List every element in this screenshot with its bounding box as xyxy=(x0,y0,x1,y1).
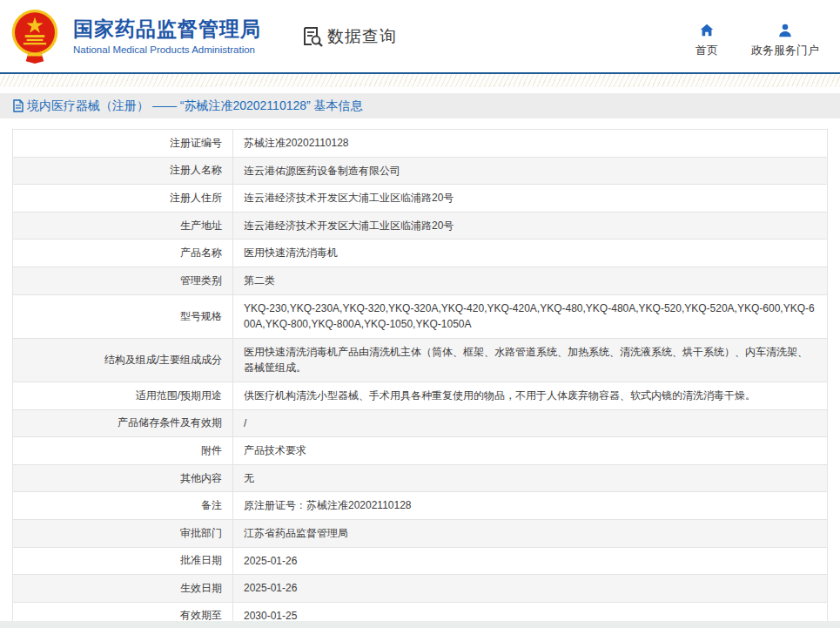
table-row: 适用范围/预期用途供医疗机构清洗小型器械、手术用具各种重复使用的物品，不用于人体… xyxy=(13,382,828,409)
data-query-label: 数据查询 xyxy=(327,25,397,48)
row-value: 无 xyxy=(233,464,828,492)
row-label-text: 附件 xyxy=(201,444,222,456)
row-value: 2025-01-26 xyxy=(233,575,828,603)
row-value: YKQ-230,YKQ-230A,YKQ-320,YKQ-320A,YKQ-42… xyxy=(233,294,828,338)
footer-strip xyxy=(0,621,840,628)
row-label-text: 审批部门 xyxy=(180,527,222,539)
row-label-text: 产品名称 xyxy=(180,246,222,259)
row-value-text: 江苏省药品监督管理局 xyxy=(244,527,348,539)
row-value: / xyxy=(233,409,828,437)
logo-text: 国家药品监督管理局 National Medical Products Admi… xyxy=(73,17,261,55)
row-label: 批准日期 xyxy=(13,547,233,575)
row-value: 产品技术要求 xyxy=(233,437,828,465)
row-value-text: 连云港经济技术开发区大浦工业区临浦路20号 xyxy=(244,192,454,204)
nav-item-gov-portal[interactable]: 政务服务门户 xyxy=(751,23,819,58)
page-title-band: 境内医疗器械（注册） —— “苏械注准20202110128” 基本信息 xyxy=(0,93,840,118)
table-row: 注册人名称连云港佑源医药设备制造有限公司 xyxy=(13,157,828,185)
nav-item-home[interactable]: 首页 xyxy=(696,23,718,58)
gap xyxy=(0,87,840,93)
row-label: 生产地址 xyxy=(13,212,233,240)
table-row: 备注原注册证号：苏械注准20202110128 xyxy=(13,492,828,520)
row-label-text: 管理类别 xyxy=(180,274,222,287)
row-label: 注册人名称 xyxy=(13,157,233,185)
registration-info-table: 注册证编号苏械注准20202110128注册人名称连云港佑源医药设备制造有限公司… xyxy=(12,129,828,628)
page-title: 境内医疗器械（注册） —— “苏械注准20202110128” 基本信息 xyxy=(27,98,363,114)
nav-item-label: 首页 xyxy=(696,43,718,58)
row-value-text: 医用快速清洗消毒机产品由清洗机主体（筒体、框架、水路管道系统、加热系统、清洗液系… xyxy=(244,346,808,375)
table-row: 附件产品技术要求 xyxy=(13,437,828,465)
table-row: 注册人住所连云港经济技术开发区大浦工业区临浦路20号 xyxy=(13,185,828,213)
row-label-text: 注册证编号 xyxy=(170,137,222,149)
row-value-text: 产品技术要求 xyxy=(244,444,306,456)
table-row: 产品名称医用快速清洗消毒机 xyxy=(13,240,828,267)
table-row: 其他内容无 xyxy=(13,464,828,492)
row-label-text: 生产地址 xyxy=(180,219,222,232)
row-label: 生效日期 xyxy=(13,575,233,603)
row-label-text: 型号规格 xyxy=(180,310,222,322)
row-label: 备注 xyxy=(13,492,233,520)
site-header: 国家药品监督管理局 National Medical Products Admi… xyxy=(0,0,840,72)
row-label: 注册人住所 xyxy=(13,185,233,213)
table-row: 审批部门江苏省药品监督管理局 xyxy=(13,519,828,547)
stripe-band xyxy=(0,74,840,87)
row-label-text: 批准日期 xyxy=(180,554,222,566)
row-label-text: 产品储存条件及有效期 xyxy=(118,416,222,429)
row-label-text: 注册人住所 xyxy=(170,192,222,204)
row-value-text: 苏械注准20202110128 xyxy=(244,137,349,149)
data-query-icon xyxy=(301,25,324,48)
row-value-text: 2025-01-26 xyxy=(244,582,297,594)
table-row: 注册证编号苏械注准20202110128 xyxy=(13,130,828,158)
home-icon xyxy=(699,23,715,38)
row-value-text: 2030-01-25 xyxy=(244,610,297,622)
row-label-text: 注册人名称 xyxy=(170,164,222,176)
row-label: 附件 xyxy=(13,437,233,465)
row-value: 连云港佑源医药设备制造有限公司 xyxy=(233,157,828,185)
table-row: 管理类别第二类 xyxy=(13,267,828,294)
nav-item-label: 政务服务门户 xyxy=(751,43,819,58)
row-label: 管理类别 xyxy=(13,267,233,294)
row-value-text: 2025-01-26 xyxy=(244,555,297,567)
row-label: 适用范围/预期用途 xyxy=(13,382,233,409)
row-value-text: 无 xyxy=(244,472,254,484)
row-value-text: 连云港经济技术开发区大浦工业区临浦路20号 xyxy=(244,219,454,232)
row-label: 注册证编号 xyxy=(13,130,233,158)
logo-subtitle: National Medical Products Administration xyxy=(73,44,261,55)
row-value: 原注册证号：苏械注准20202110128 xyxy=(233,492,828,520)
row-value: 医用快速清洗消毒机产品由清洗机主体（筒体、框架、水路管道系统、加热系统、清洗液系… xyxy=(233,338,828,382)
row-label-text: 其他内容 xyxy=(180,472,222,484)
row-label: 型号规格 xyxy=(13,294,233,338)
row-value: 第二类 xyxy=(233,267,828,294)
row-value: 2025-01-26 xyxy=(233,547,828,575)
row-value-text: 供医疗机构清洗小型器械、手术用具各种重复使用的物品，不用于人体废弃物容器、软式内… xyxy=(244,389,756,402)
row-label-text: 结构及组成/主要组成成分 xyxy=(104,354,222,366)
row-label-text: 生效日期 xyxy=(180,582,222,594)
table-row: 生产地址连云港经济技术开发区大浦工业区临浦路20号 xyxy=(13,212,828,240)
table-row: 生效日期2025-01-26 xyxy=(13,575,828,603)
row-value-text: / xyxy=(244,417,246,429)
table-row: 结构及组成/主要组成成分医用快速清洗消毒机产品由清洗机主体（筒体、框架、水路管道… xyxy=(13,338,828,382)
row-label: 审批部门 xyxy=(13,519,233,547)
table-row: 产品储存条件及有效期/ xyxy=(13,409,828,437)
row-label: 其他内容 xyxy=(13,464,233,492)
table-row: 批准日期2025-01-26 xyxy=(13,547,828,575)
registration-info-table-wrap: 注册证编号苏械注准20202110128注册人名称连云港佑源医药设备制造有限公司… xyxy=(12,129,828,628)
data-query-entry[interactable]: 数据查询 xyxy=(301,25,397,48)
row-value-text: YKQ-230,YKQ-230A,YKQ-320,YKQ-320A,YKQ-42… xyxy=(244,302,815,331)
row-label: 结构及组成/主要组成成分 xyxy=(13,338,233,382)
row-value: 苏械注准20202110128 xyxy=(233,130,828,158)
row-label-text: 适用范围/预期用途 xyxy=(136,389,222,402)
row-value-text: 医用快速清洗消毒机 xyxy=(244,246,338,259)
row-label-text: 备注 xyxy=(201,499,222,511)
nmpa-logo: 国家药品监督管理局 National Medical Products Admi… xyxy=(9,9,261,64)
user-icon xyxy=(777,23,793,38)
row-value: 医用快速清洗消毒机 xyxy=(233,240,828,267)
row-value: 供医疗机构清洗小型器械、手术用具各种重复使用的物品，不用于人体废弃物容器、软式内… xyxy=(233,382,828,409)
row-value: 连云港经济技术开发区大浦工业区临浦路20号 xyxy=(233,212,828,240)
row-label-text: 有效期至 xyxy=(180,609,222,621)
row-value: 连云港经济技术开发区大浦工业区临浦路20号 xyxy=(233,185,828,213)
row-value: 江苏省药品监督管理局 xyxy=(233,519,828,547)
row-label: 产品名称 xyxy=(13,240,233,267)
row-value-text: 原注册证号：苏械注准20202110128 xyxy=(244,499,412,511)
row-value-text: 连云港佑源医药设备制造有限公司 xyxy=(244,165,400,177)
table-row: 型号规格YKQ-230,YKQ-230A,YKQ-320,YKQ-320A,YK… xyxy=(13,294,828,338)
